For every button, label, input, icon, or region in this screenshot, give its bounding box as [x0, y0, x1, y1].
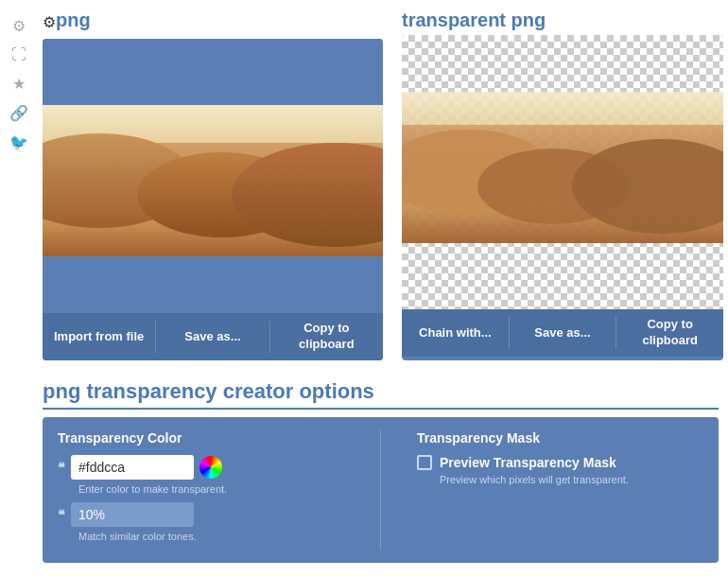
panels-row: ⚙ png: [43, 9, 719, 360]
save-as-left-button[interactable]: Save as...: [156, 313, 269, 360]
transparency-color-col: Transparency Color ❝ Enter color to make…: [58, 430, 344, 550]
checker-bottom: [402, 243, 723, 309]
save-as-right-button[interactable]: Save as...: [510, 309, 616, 357]
quote-icon-2: ❝: [58, 507, 65, 522]
copy-to-clipboard-right-button[interactable]: Copy to clipboard: [616, 309, 723, 357]
options-box: Transparency Color ❝ Enter color to make…: [43, 417, 719, 563]
desert-sand: [43, 143, 383, 256]
quote-icon-1: ❝: [58, 460, 65, 475]
transparency-mask-label: Transparency Mask: [417, 430, 703, 446]
options-title: png transparency creator options: [43, 379, 719, 410]
left-panel-box: Import from file Save as... Copy to clip…: [43, 39, 383, 360]
checker-sky: [402, 92, 723, 125]
main-content: ⚙ png: [43, 9, 719, 563]
color-input-row: ❝: [58, 455, 344, 480]
color-picker-button[interactable]: [199, 456, 222, 479]
star-sidebar-icon[interactable]: ★: [12, 75, 26, 93]
import-from-file-button[interactable]: Import from file: [43, 313, 155, 360]
checker-sand: [402, 125, 723, 243]
right-panel-button-bar: Chain with... Save as... Copy to clipboa…: [402, 309, 723, 357]
left-panel-blue-bottom: [43, 256, 383, 313]
copy-to-clipboard-left-button[interactable]: Copy to clipboard: [270, 313, 383, 360]
tolerance-input-row: ❝: [58, 502, 344, 527]
sidebar: ⚙ ⛶ ★ 🔗 🐦: [0, 9, 38, 151]
gear-sidebar-icon[interactable]: ⚙: [12, 17, 26, 35]
right-panel-box: Chain with... Save as... Copy to clipboa…: [402, 35, 723, 360]
desert-on-checker: [402, 92, 723, 243]
transparency-mask-col: Transparency Mask Preview Transparency M…: [417, 430, 703, 550]
preview-mask-checkbox[interactable]: [417, 455, 432, 470]
preview-mask-label: Preview Transparency Mask: [440, 455, 616, 470]
left-panel-button-bar: Import from file Save as... Copy to clip…: [43, 313, 383, 360]
preview-mask-hint: Preview which pixels will get transparen…: [440, 474, 703, 485]
right-panel-title: transparent png: [402, 9, 546, 30]
left-panel-title: png: [56, 9, 91, 31]
color-value-input[interactable]: [71, 455, 194, 480]
left-panel-gear-icon: ⚙: [43, 13, 56, 31]
tolerance-value-input[interactable]: [71, 502, 194, 527]
tolerance-hint: Match similar color tones.: [78, 531, 344, 542]
left-panel-desert-image: [43, 105, 383, 256]
right-panel: transparent png: [402, 9, 723, 360]
chain-with-button[interactable]: Chain with...: [402, 309, 509, 357]
twitter-sidebar-icon[interactable]: 🐦: [9, 133, 28, 151]
options-divider: [380, 430, 381, 550]
checker-top: [402, 35, 723, 92]
left-panel-blue-top: [43, 39, 383, 105]
expand-sidebar-icon[interactable]: ⛶: [11, 46, 26, 63]
checkerboard-area: [402, 35, 723, 309]
transparency-color-label: Transparency Color: [58, 430, 344, 446]
options-section: png transparency creator options Transpa…: [43, 379, 719, 563]
checker-dune-3: [572, 139, 723, 234]
left-panel: ⚙ png: [43, 9, 383, 360]
color-hint: Enter color to make transparent.: [78, 483, 344, 495]
link-sidebar-icon[interactable]: 🔗: [9, 104, 28, 122]
mask-row: Preview Transparency Mask: [417, 455, 703, 470]
